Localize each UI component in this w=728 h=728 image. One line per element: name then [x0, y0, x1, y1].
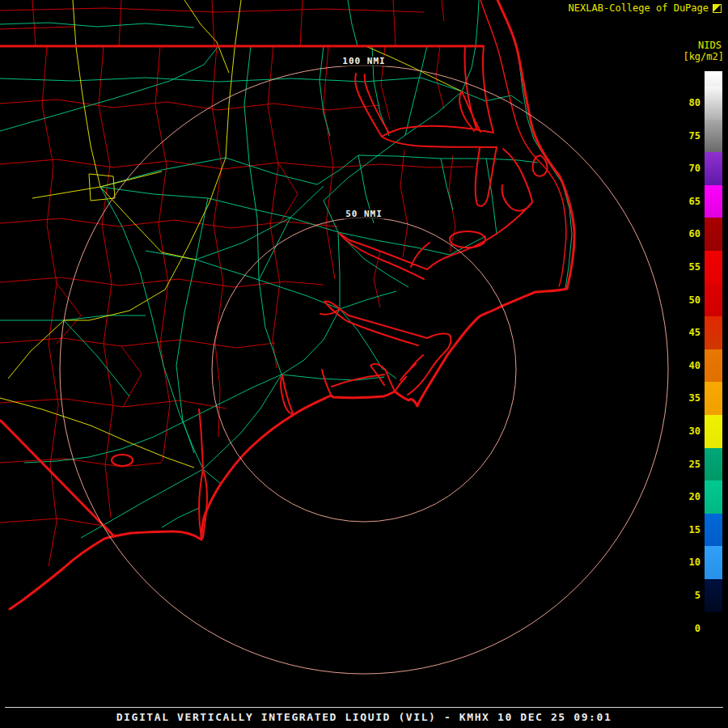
- nc-sc-border: [0, 420, 115, 537]
- colorbar: [705, 71, 722, 645]
- colorbar-tick-25: 25: [689, 459, 700, 470]
- colorbar-segment-40: [705, 349, 722, 383]
- colorbar-segment-20: [705, 480, 722, 514]
- colorbar-tick-50: 50: [689, 294, 700, 306]
- range-rings: [60, 66, 668, 674]
- colorbar-segment-5: [705, 579, 722, 612]
- colorbar-segment-15: [705, 514, 722, 547]
- colorbar-segment-75: [705, 120, 722, 153]
- colorbar-segment-65: [705, 185, 722, 218]
- colorbar-tick-55: 55: [689, 261, 700, 273]
- colorbar-segment-50: [705, 284, 722, 317]
- colorbar-tick-0: 0: [695, 623, 700, 634]
- colorbar-tick-5: 5: [695, 590, 700, 601]
- state-borders: [0, 46, 484, 537]
- colorbar-segment-70: [705, 152, 722, 185]
- colorbar-tick-80: 80: [689, 97, 700, 108]
- roads-green: [0, 0, 572, 538]
- colorbar-tick-65: 65: [689, 196, 700, 207]
- colorbar-segment-0: [705, 612, 722, 645]
- colorbar-tick-20: 20: [689, 491, 700, 502]
- product-code: NIDS: [698, 40, 722, 51]
- colorbar-tick-10: 10: [689, 557, 700, 568]
- colorbar-segment-cap: [705, 71, 722, 87]
- units-label: [kg/m2]: [683, 52, 724, 62]
- colorbar-labels: 80757065605550454035302520151050: [668, 71, 700, 645]
- product-title: DIGITAL VERTICALLY INTEGRATED LIQUID (VI…: [0, 711, 728, 723]
- ring-label-100nmi: 100 NMI: [341, 56, 387, 66]
- brand-text: NEXLAB-College of DuPage: [569, 3, 709, 14]
- roads-yellow: [0, 0, 462, 468]
- colorbar-segment-30: [705, 415, 722, 448]
- cod-logo-icon: [713, 4, 722, 13]
- colorbar-segment-35: [705, 382, 722, 415]
- colorbar-segment-10: [705, 546, 722, 579]
- colorbar-tick-30: 30: [689, 425, 700, 437]
- colorbar-tick-75: 75: [689, 130, 700, 142]
- colorbar-segment-80: [705, 87, 722, 120]
- colorbar-tick-45: 45: [689, 327, 700, 338]
- colorbar-tick-35: 35: [689, 392, 700, 404]
- colorbar-tick-40: 40: [689, 360, 700, 371]
- ring-label-50nmi: 50 NMI: [344, 209, 384, 219]
- colorbar-segment-45: [705, 316, 722, 349]
- footer-divider: [5, 707, 723, 708]
- radar-display: NEXLAB-College of DuPage NIDS [kg/m2] 10…: [0, 0, 728, 728]
- colorbar-tick-60: 60: [689, 228, 700, 239]
- range-ring-50nmi: [212, 218, 516, 522]
- colorbar-tick-70: 70: [689, 163, 700, 174]
- radar-map: [0, 0, 728, 728]
- range-ring-100nmi: [60, 66, 668, 674]
- colorbar-segment-55: [705, 251, 722, 284]
- colorbar-segment-25: [705, 448, 722, 481]
- colorbar-segment-60: [705, 218, 722, 251]
- colorbar-tick-15: 15: [689, 524, 700, 535]
